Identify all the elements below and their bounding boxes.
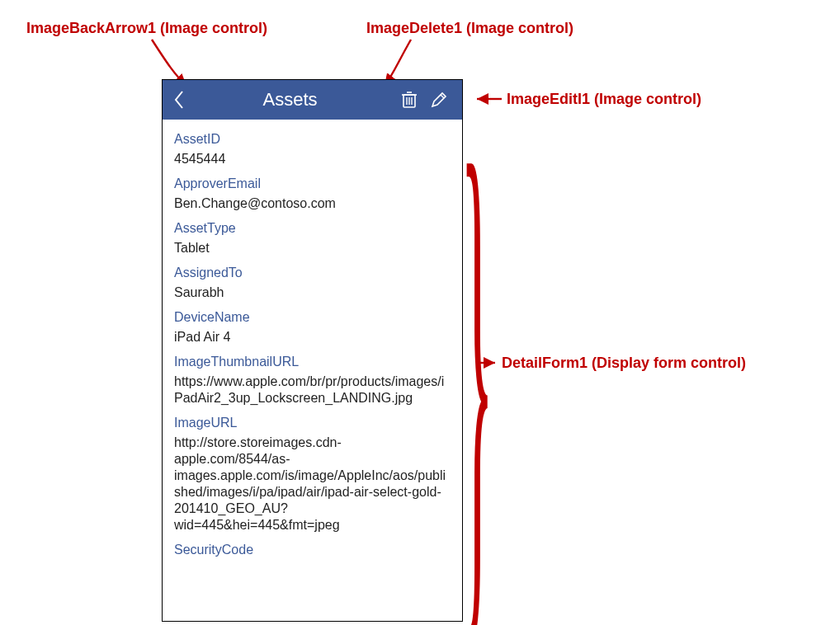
field-label: ApproverEmail: [174, 176, 451, 192]
field-value: Tablet: [174, 237, 451, 256]
brace-icon: }: [460, 81, 493, 625]
field-label: ImageURL: [174, 415, 451, 431]
field-row: ApproverEmail Ben.Change@contoso.com: [174, 167, 451, 212]
trash-icon: [401, 91, 418, 109]
delete-button[interactable]: [394, 80, 424, 120]
annotation-back-arrow: ImageBackArrow1 (Image control): [26, 20, 267, 37]
field-value: Saurabh: [174, 281, 451, 301]
field-label: DeviceName: [174, 309, 451, 326]
edit-button[interactable]: [424, 80, 454, 120]
pencil-icon: [431, 92, 447, 108]
app-screen: Assets AssetID 4545444 ApproverEmail: [162, 79, 463, 622]
field-value: http://store.storeimages.cdn-apple.com/8…: [174, 431, 451, 533]
field-value: 4545444: [174, 148, 451, 167]
field-value: Ben.Change@contoso.com: [174, 192, 451, 212]
annotation-back-arrow-text: ImageBackArrow1 (Image control): [26, 20, 267, 36]
annotation-edit-text: ImageEditI1 (Image control): [507, 91, 701, 107]
annotation-edit: ImageEditI1 (Image control): [474, 91, 701, 108]
field-label: AssignedTo: [174, 265, 451, 281]
field-label: ImageThumbnailURL: [174, 354, 451, 370]
field-label: AssetID: [174, 131, 451, 148]
field-row: AssetType Tablet: [174, 212, 451, 256]
field-value: [174, 558, 451, 562]
field-row: SecurityCode: [174, 533, 451, 562]
page-title: Assets: [186, 89, 394, 110]
annotation-delete: ImageDelete1 (Image control): [366, 20, 573, 37]
svg-line-8: [441, 95, 444, 98]
annotation-detail-form: DetailForm1 (Display form control): [497, 355, 746, 372]
field-row: DeviceName iPad Air 4: [174, 301, 451, 345]
detail-form: AssetID 4545444 ApproverEmail Ben.Change…: [163, 120, 462, 622]
field-row: ImageURL http://store.storeimages.cdn-ap…: [174, 406, 451, 533]
field-value: https://www.apple.com/br/pr/products/ima…: [174, 370, 451, 406]
field-row: AssetID 4545444: [174, 123, 451, 167]
annotation-delete-text: ImageDelete1 (Image control): [366, 20, 573, 36]
arrow-icon: [479, 356, 498, 373]
field-row: AssignedTo Saurabh: [174, 256, 451, 301]
field-label: AssetType: [174, 220, 451, 237]
field-label: SecurityCode: [174, 542, 451, 558]
header-bar: Assets: [163, 80, 462, 120]
annotation-detail-form-text: DetailForm1 (Display form control): [502, 355, 746, 371]
chevron-left-icon: [172, 90, 186, 110]
field-value: iPad Air 4: [174, 326, 451, 345]
field-row: ImageThumbnailURL https://www.apple.com/…: [174, 345, 451, 406]
